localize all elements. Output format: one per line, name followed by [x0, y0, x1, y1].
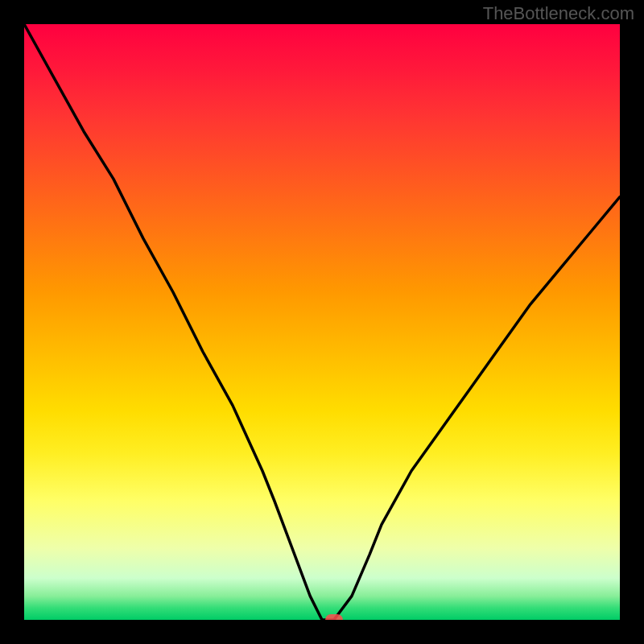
optimal-point-marker — [325, 614, 343, 620]
chart-plot-area — [24, 24, 620, 620]
bottleneck-curve — [24, 24, 620, 620]
watermark-text: TheBottleneck.com — [483, 3, 634, 24]
